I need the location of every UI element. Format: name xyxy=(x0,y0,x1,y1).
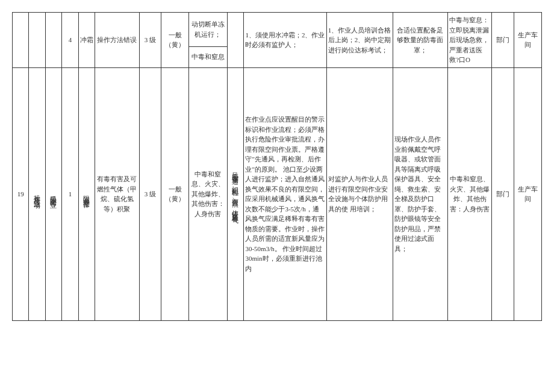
cell: 生产车间 xyxy=(514,67,542,320)
cell: 合适位置配备足够数量的防毒面罩； xyxy=(393,13,448,68)
cell: 部门 xyxy=(492,13,514,68)
cell xyxy=(29,13,45,68)
table-row: 19 操作及作业活动 受限空间作业 1 限间业受空作 有毒有害及可燃性气体（甲烷… xyxy=(13,67,542,320)
cell xyxy=(45,13,61,68)
cell: 1 xyxy=(62,67,78,320)
cell: 4 xyxy=(62,13,78,68)
cell: 现场作业人员作业前佩戴空气呼吸器、或软管面具等隔离式呼吸保护器具、安全绳、救生索… xyxy=(393,67,448,320)
cell: 中毒和窒息 xyxy=(188,46,227,67)
cell-seq: 19 xyxy=(13,67,29,320)
cell: 中毒和窒息、火灾、其他爆炸、其他伤害：人身伤害 xyxy=(188,67,227,320)
cell: 一般（黄） xyxy=(161,67,189,320)
cell-category: 操作及作业活动 xyxy=(29,67,45,320)
cell: 限间业受空作 xyxy=(78,67,95,320)
cell xyxy=(227,13,243,68)
cell: 动切断单冻机运行； xyxy=(188,13,227,47)
cell: 有毒有害及可燃性气体（甲烷、硫化氢等）积聚 xyxy=(95,67,139,320)
cell: 3 级 xyxy=(139,67,161,320)
cell xyxy=(13,13,29,68)
cell: 风应设备测通、明配检、有置照、体仪设装急备气、 xyxy=(227,67,243,320)
cell-subcategory: 受限空间作业 xyxy=(45,67,61,320)
cell: 中毒和窒息、火灾、其他爆炸、其他伤害：人身伤害 xyxy=(448,67,492,320)
cell: 部门 xyxy=(492,67,514,320)
cell: 在作业点应设置醒目的警示标识和作业流程；必须严格执行危险作业审批流程，办理有限空… xyxy=(244,67,326,320)
cell: 3 级 xyxy=(139,13,161,68)
cell: 对监护人与作业人员进行有限空间作业安全设施与个体防护用具的使 用培训； xyxy=(326,67,393,320)
cell: 1、须使用水冲霜；2、作业时必须有监护人； xyxy=(244,13,326,68)
cell: 1、作业人员培训合格后上岗；2、岗中定期进行岗位达标考试； xyxy=(326,13,393,68)
cell: 操作方法错误 xyxy=(95,13,139,68)
cell: 一般（黄） xyxy=(161,13,189,68)
cell: 生产车间 xyxy=(514,13,542,68)
cell: 中毒与窒息：立即脱离泄漏 后现场急救，严重者送医救?口O xyxy=(448,13,492,68)
cell: 冲霜 xyxy=(78,13,95,68)
table-row: 4 冲霜 操作方法错误 3 级 一般（黄） 动切断单冻机运行； 1、须使用水冲霜… xyxy=(13,13,542,47)
risk-assessment-table: 4 冲霜 操作方法错误 3 级 一般（黄） 动切断单冻机运行； 1、须使用水冲霜… xyxy=(12,12,542,321)
